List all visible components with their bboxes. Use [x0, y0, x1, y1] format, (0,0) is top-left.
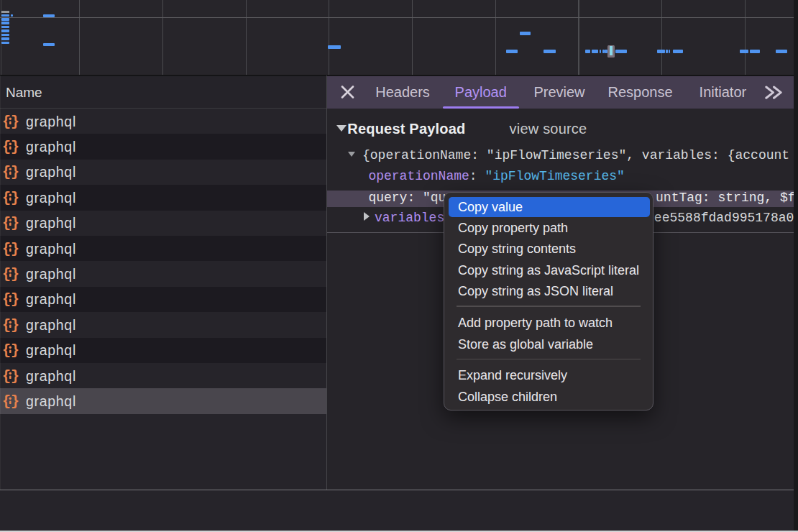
svg-text:}: } — [11, 291, 19, 307]
svg-text:{: { — [2, 291, 11, 307]
svg-text:{: { — [2, 241, 11, 257]
svg-text:{: { — [2, 368, 11, 384]
svg-text:{: { — [2, 342, 11, 358]
svg-text:{: { — [2, 190, 11, 206]
svg-text:}: } — [11, 393, 19, 409]
svg-text:}: } — [11, 342, 19, 358]
svg-text:}: } — [11, 266, 19, 282]
svg-text:}: } — [11, 368, 19, 384]
svg-text:}: } — [11, 317, 19, 333]
svg-text:}: } — [11, 139, 19, 155]
svg-text:}: } — [11, 190, 19, 206]
svg-text:}: } — [11, 114, 19, 129]
svg-text:}: } — [11, 215, 19, 231]
svg-text:{: { — [2, 266, 11, 282]
svg-text:{: { — [2, 139, 11, 155]
svg-text:{: { — [2, 215, 11, 231]
svg-text:}: } — [11, 164, 19, 180]
svg-text:}: } — [11, 241, 19, 257]
svg-text:{: { — [2, 164, 11, 180]
svg-text:{: { — [2, 317, 11, 333]
svg-text:{: { — [2, 393, 11, 409]
svg-text:{: { — [2, 114, 11, 129]
